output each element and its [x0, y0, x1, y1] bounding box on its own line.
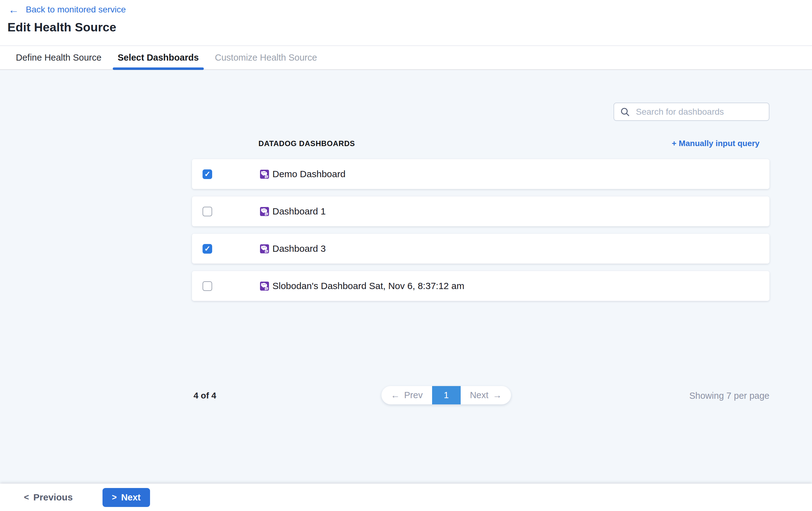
- datadog-icon: [260, 281, 269, 291]
- checkmark-icon: ✓: [204, 245, 210, 252]
- next-button[interactable]: > Next: [103, 488, 150, 507]
- tab-label: Define Health Source: [16, 53, 102, 63]
- dashboard-name: Slobodan's Dashboard Sat, Nov 6, 8:37:12…: [272, 281, 464, 291]
- dashboard-row[interactable]: ✓ Slobodan's Dashboard Sat, Nov 6, 8:37:…: [192, 271, 770, 301]
- tab-label: Customize Health Source: [215, 53, 317, 63]
- dashboard-row[interactable]: ✓ Dashboard 3: [192, 234, 770, 264]
- dashboard-search-box: [613, 103, 770, 121]
- row-main: Dashboard 3: [260, 243, 326, 254]
- pagination-prev-button[interactable]: ← Prev: [381, 386, 432, 404]
- tab-select-dashboards[interactable]: Select Dashboards: [113, 46, 204, 69]
- previous-button[interactable]: < Previous: [24, 492, 73, 503]
- back-arrow-icon: ←: [8, 4, 19, 15]
- pagination-page-1[interactable]: 1: [432, 386, 461, 404]
- row-checkbox[interactable]: ✓: [203, 169, 212, 179]
- datadog-icon: [260, 169, 269, 179]
- pagination-next-button[interactable]: Next →: [461, 386, 511, 404]
- row-main: Slobodan's Dashboard Sat, Nov 6, 8:37:12…: [260, 281, 464, 291]
- per-page-label: Showing 7 per page: [689, 391, 770, 401]
- dashboard-row[interactable]: ✓ Demo Dashboard: [192, 159, 770, 189]
- edit-health-source-page: ← Back to monitored service Edit Health …: [0, 0, 812, 511]
- datadog-icon: [260, 207, 269, 216]
- page-title: Edit Health Source: [7, 21, 116, 34]
- row-main: Dashboard 1: [260, 206, 326, 217]
- chevron-left-icon: <: [24, 492, 29, 502]
- chevron-right-icon: >: [112, 493, 117, 502]
- prev-label: Prev: [404, 390, 423, 400]
- result-count: 4 of 4: [194, 391, 216, 401]
- next-label: Next: [121, 492, 141, 503]
- search-input[interactable]: [636, 107, 763, 117]
- pagination: ← Prev 1 Next →: [381, 386, 511, 404]
- row-checkbox[interactable]: ✓: [203, 244, 212, 253]
- row-checkbox[interactable]: ✓: [203, 281, 212, 291]
- content-area: DATADOG DASHBOARDS + Manually input quer…: [0, 70, 812, 484]
- dashboard-name: Dashboard 1: [272, 206, 326, 217]
- checkmark-icon: ✓: [204, 170, 210, 178]
- next-label: Next: [470, 390, 489, 400]
- dashboard-row[interactable]: ✓ Dashboard 1: [192, 196, 770, 226]
- tab-customize-health-source[interactable]: Customize Health Source: [210, 46, 322, 69]
- list-column-header: DATADOG DASHBOARDS: [258, 139, 355, 148]
- dashboard-name: Dashboard 3: [272, 243, 326, 254]
- wizard-footer: < Previous > Next: [0, 484, 812, 511]
- datadog-icon: [260, 244, 269, 253]
- row-main: Demo Dashboard: [260, 169, 345, 179]
- tab-label: Select Dashboards: [118, 53, 199, 63]
- search-icon: [620, 107, 630, 117]
- previous-label: Previous: [33, 492, 73, 503]
- back-link-label: Back to monitored service: [26, 5, 126, 15]
- manually-input-query-link[interactable]: + Manually input query: [672, 139, 759, 148]
- row-checkbox[interactable]: ✓: [203, 207, 212, 216]
- tab-define-health-source[interactable]: Define Health Source: [11, 46, 107, 69]
- prev-arrow-icon: ←: [391, 390, 400, 400]
- dashboard-list: ✓ Demo Dashboard ✓: [192, 159, 770, 308]
- next-arrow-icon: →: [493, 390, 502, 400]
- wizard-tabbar: Define Health Source Select Dashboards C…: [0, 45, 812, 69]
- back-link[interactable]: ← Back to monitored service: [8, 4, 126, 15]
- dashboard-name: Demo Dashboard: [272, 169, 345, 179]
